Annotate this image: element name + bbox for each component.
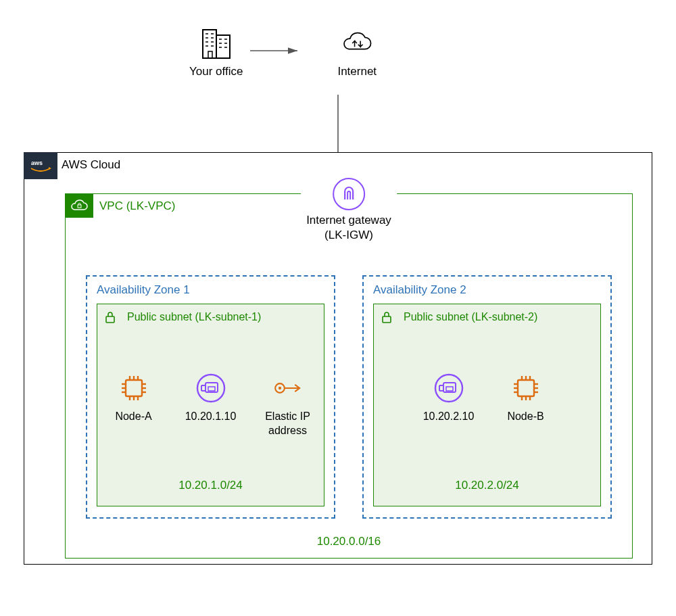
aws-cloud-label: AWS Cloud bbox=[62, 158, 120, 172]
eni-2-label: 10.20.2.10 bbox=[423, 410, 475, 424]
instance-icon bbox=[118, 372, 150, 404]
top-row: Your office Internet bbox=[189, 27, 377, 78]
eni-icon bbox=[195, 372, 227, 404]
az1-label: Availability Zone 1 bbox=[97, 283, 324, 297]
elastic-ip: Elastic IP address bbox=[258, 372, 318, 438]
az2-label: Availability Zone 2 bbox=[373, 283, 601, 297]
svg-text:aws: aws bbox=[31, 160, 43, 166]
eni-2: 10.20.2.10 bbox=[418, 372, 479, 424]
subnet-1-resources: Node-A bbox=[97, 372, 324, 438]
cloud-icon bbox=[341, 27, 373, 60]
svg-rect-3 bbox=[203, 30, 216, 58]
igw-label-line2: (LK-IGW) bbox=[324, 229, 373, 241]
vpc-label: VPC (LK-VPC) bbox=[99, 199, 175, 213]
office-item: Your office bbox=[189, 27, 243, 78]
vpc-badge bbox=[65, 193, 93, 218]
vpc-cidr: 10.20.0.0/16 bbox=[66, 535, 632, 548]
svg-rect-19 bbox=[208, 51, 212, 58]
vpc-cloud-icon bbox=[70, 197, 89, 214]
office-icon bbox=[200, 27, 233, 60]
aws-cloud-box: aws AWS Cloud VPC (LK-VPC) Interne bbox=[24, 152, 652, 565]
subnet-2-resources: 10.20.2.10 bbox=[374, 372, 600, 424]
igw-label-line1: Internet gateway bbox=[306, 214, 391, 227]
subnet-lock-icon bbox=[97, 304, 123, 330]
subnet-2-box: Public subnet (LK-subnet-2) bbox=[373, 304, 601, 506]
subnet-2-label: Public subnet (LK-subnet-2) bbox=[404, 311, 537, 323]
aws-logo-badge: aws bbox=[24, 152, 57, 179]
node-b: Node-B bbox=[496, 372, 556, 424]
subnet-1-box: Public subnet (LK-subnet-1) bbox=[97, 304, 324, 506]
node-b-label: Node-B bbox=[507, 410, 544, 424]
internet-gateway: Internet gateway (LK-IGW) bbox=[301, 178, 397, 243]
node-a: Node-A bbox=[103, 372, 164, 438]
svg-point-43 bbox=[278, 387, 281, 389]
eni-1: 10.20.1.10 bbox=[180, 372, 241, 438]
eip-label: Elastic IP address bbox=[265, 410, 310, 438]
svg-rect-22 bbox=[106, 316, 114, 323]
availability-zone-2: Availability Zone 2 Public subnet (LK-su… bbox=[362, 275, 612, 519]
svg-rect-23 bbox=[126, 380, 142, 396]
office-label: Your office bbox=[189, 65, 243, 78]
vpc-box: VPC (LK-VPC) Internet gateway (LK-IGW) A… bbox=[65, 193, 633, 559]
instance-icon bbox=[510, 372, 542, 404]
availability-zone-1: Availability Zone 1 Public subnet (LK-su… bbox=[86, 275, 335, 519]
svg-rect-52 bbox=[518, 380, 534, 396]
aws-logo-icon: aws bbox=[28, 158, 53, 174]
node-a-label: Node-A bbox=[115, 410, 151, 424]
subnet-2-header: Public subnet (LK-subnet-2) bbox=[374, 304, 600, 330]
subnet-1-label: Public subnet (LK-subnet-1) bbox=[127, 311, 261, 323]
subnet-lock-icon bbox=[374, 304, 400, 330]
internet-item: Internet bbox=[337, 27, 377, 78]
subnet-1-header: Public subnet (LK-subnet-1) bbox=[97, 304, 324, 330]
eip-label-line1: Elastic IP bbox=[265, 410, 310, 422]
igw-label: Internet gateway (LK-IGW) bbox=[306, 213, 391, 243]
svg-rect-21 bbox=[78, 205, 81, 208]
eip-label-line2: address bbox=[268, 425, 307, 436]
svg-rect-4 bbox=[216, 35, 230, 58]
svg-rect-45 bbox=[383, 316, 391, 323]
subnet-1-cidr: 10.20.1.0/24 bbox=[97, 479, 324, 492]
internet-label: Internet bbox=[337, 65, 377, 78]
svg-rect-48 bbox=[446, 387, 453, 391]
elastic-ip-icon bbox=[272, 372, 304, 404]
eni-icon bbox=[433, 372, 465, 404]
eni-1-label: 10.20.1.10 bbox=[185, 410, 237, 424]
igw-icon bbox=[333, 178, 365, 210]
az-row: Availability Zone 1 Public subnet (LK-su… bbox=[86, 275, 612, 519]
subnet-2-cidr: 10.20.2.0/24 bbox=[374, 479, 600, 492]
svg-rect-38 bbox=[208, 387, 215, 391]
